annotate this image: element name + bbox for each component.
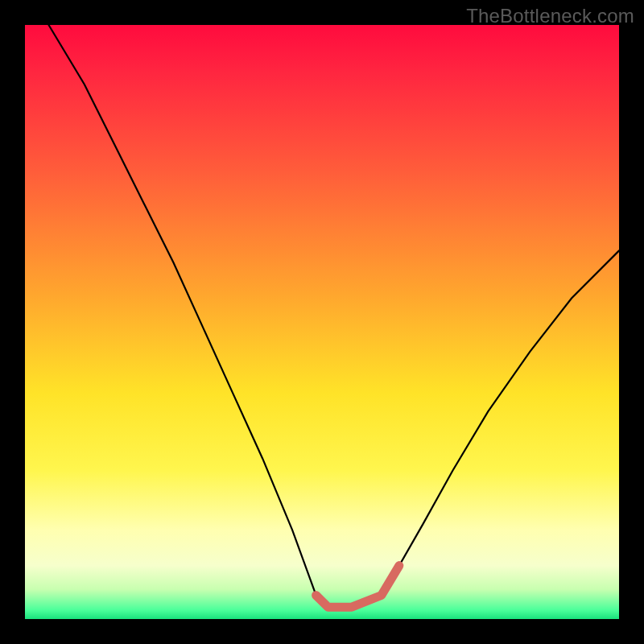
watermark-text: TheBottleneck.com [466,5,634,27]
plot-area [25,25,619,619]
chart-frame: TheBottleneck.com [0,0,644,644]
curve-svg [25,25,619,619]
highlight-segment [316,566,399,608]
bottleneck-curve [49,25,620,607]
